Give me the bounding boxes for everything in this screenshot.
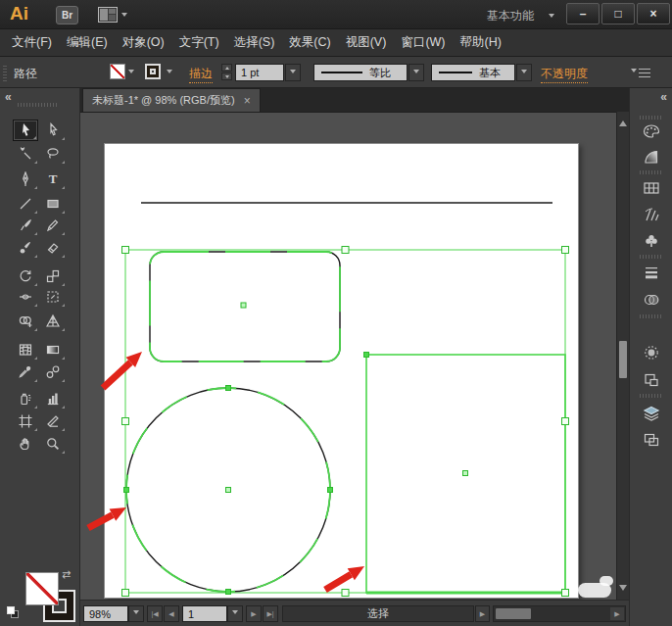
menu-view[interactable]: 视图(V) xyxy=(346,34,387,51)
horizontal-scrollbar[interactable]: ▶ xyxy=(493,605,626,622)
width-profile-dropdown[interactable] xyxy=(408,64,424,81)
transparency-panel-icon[interactable] xyxy=(637,288,666,312)
menu-help[interactable]: 帮助(H) xyxy=(460,34,502,51)
horizontal-scroll-thumb[interactable] xyxy=(496,608,531,619)
brushes-panel-icon[interactable] xyxy=(637,203,666,226)
artboard-number-field[interactable]: 1 xyxy=(182,605,227,622)
menu-edit[interactable]: 编辑(E) xyxy=(67,34,108,51)
gradient-tool[interactable] xyxy=(40,339,66,361)
zoom-tool[interactable] xyxy=(40,433,66,455)
rounded-rectangle-object[interactable] xyxy=(150,252,340,361)
menu-type[interactable]: 文字(T) xyxy=(179,34,219,51)
eraser-tool[interactable] xyxy=(40,237,66,259)
stroke-weight-stepper[interactable] xyxy=(221,64,232,80)
hand-tool[interactable] xyxy=(13,433,38,455)
document-tab[interactable]: 未标题-1* @ 98% (RGB/预览) × xyxy=(82,88,261,112)
blend-tool[interactable] xyxy=(40,361,66,383)
artboard-number-dropdown[interactable] xyxy=(227,605,243,622)
circle-object[interactable] xyxy=(124,386,333,595)
canvas-area[interactable] xyxy=(80,112,629,600)
line-segment-tool[interactable] xyxy=(13,193,38,215)
artboards-panel-icon[interactable] xyxy=(637,428,666,452)
collapse-tools-icon[interactable]: « xyxy=(5,90,11,104)
menu-window[interactable]: 窗口(W) xyxy=(401,34,445,51)
brush-definition-dropdown[interactable] xyxy=(516,64,532,81)
arrange-documents-icon[interactable] xyxy=(98,7,118,23)
menu-effect[interactable]: 效果(C) xyxy=(289,34,330,51)
stroke-panel-icon[interactable] xyxy=(637,261,666,284)
paintbrush-tool[interactable] xyxy=(13,215,38,236)
brush-definition-select[interactable]: 基本 xyxy=(431,64,515,81)
width-profile-select[interactable]: 等比 xyxy=(313,64,408,81)
menu-file[interactable]: 文件(F) xyxy=(12,34,52,51)
default-fill-stroke-icon[interactable] xyxy=(7,606,20,619)
scroll-up-icon[interactable] xyxy=(619,117,627,126)
pencil-tool[interactable] xyxy=(40,215,66,236)
graphic-styles-panel-icon[interactable] xyxy=(637,368,666,392)
stroke-weight-field[interactable]: 1 pt xyxy=(235,64,284,81)
workspace-arrow-icon[interactable] xyxy=(549,14,554,21)
arrange-documents-arrow-icon[interactable] xyxy=(121,13,127,20)
perspective-grid-tool[interactable] xyxy=(40,311,66,332)
type-tool[interactable]: T xyxy=(40,169,66,190)
rectangle-object[interactable] xyxy=(364,353,566,594)
pen-tool[interactable] xyxy=(13,169,38,190)
stroke-panel-link[interactable]: 描边 xyxy=(189,66,213,83)
expand-dock-icon[interactable]: « xyxy=(660,90,666,104)
symbols-panel-icon[interactable] xyxy=(637,229,666,253)
stroke-swatch[interactable] xyxy=(145,64,161,79)
column-graph-tool[interactable] xyxy=(40,388,66,409)
scroll-right-icon[interactable]: ▶ xyxy=(610,607,624,620)
fill-color-indicator-none[interactable] xyxy=(25,572,59,605)
mesh-tool[interactable] xyxy=(13,339,38,361)
stepper-down-icon[interactable] xyxy=(221,72,232,80)
fill-dropdown-arrow-icon[interactable] xyxy=(128,70,134,76)
selection-handles[interactable] xyxy=(122,247,569,597)
color-panel-icon[interactable] xyxy=(637,120,666,143)
next-artboard-button[interactable]: ▶ xyxy=(246,605,262,622)
rectangle-tool[interactable] xyxy=(40,193,66,215)
free-transform-tool[interactable] xyxy=(40,286,66,308)
shape-builder-tool[interactable] xyxy=(13,311,38,332)
tab-close-icon[interactable]: × xyxy=(244,94,251,108)
scroll-down-icon[interactable] xyxy=(619,585,627,595)
center-anchor[interactable] xyxy=(226,488,231,493)
lasso-tool[interactable] xyxy=(40,143,66,165)
color-guide-panel-icon[interactable] xyxy=(637,145,666,169)
previous-artboard-button[interactable]: ◀ xyxy=(164,605,179,622)
eyedropper-tool[interactable] xyxy=(13,361,38,383)
status-menu-button[interactable]: ▶ xyxy=(475,605,490,622)
width-tool[interactable] xyxy=(13,286,38,308)
center-anchor[interactable] xyxy=(241,303,246,308)
stroke-weight-dropdown[interactable] xyxy=(285,64,301,81)
vertical-scroll-thumb[interactable] xyxy=(619,341,627,378)
zoom-dropdown[interactable] xyxy=(128,605,144,622)
vertical-scrollbar[interactable] xyxy=(616,112,629,600)
direct-selection-tool[interactable] xyxy=(40,120,66,141)
magic-wand-tool[interactable] xyxy=(13,143,38,165)
zoom-level-field[interactable]: 98% xyxy=(83,605,128,622)
scale-tool[interactable] xyxy=(40,265,66,287)
stroke-dropdown-arrow-icon[interactable] xyxy=(167,70,172,76)
swap-fill-stroke-icon[interactable]: ⇄ xyxy=(62,568,71,581)
last-artboard-button[interactable]: ▶| xyxy=(263,605,278,622)
blob-brush-tool[interactable] xyxy=(13,237,38,259)
fill-swatch-none[interactable] xyxy=(110,64,125,79)
menu-object[interactable]: 对象(O) xyxy=(122,34,165,51)
workspace-switcher[interactable]: 基本功能 xyxy=(487,8,534,24)
artboard-tool[interactable] xyxy=(13,410,38,432)
maximize-button[interactable]: □ xyxy=(601,3,635,24)
panel-menu-icon[interactable] xyxy=(633,66,650,79)
stepper-up-icon[interactable] xyxy=(221,64,232,72)
menu-select[interactable]: 选择(S) xyxy=(234,34,275,51)
appearance-panel-icon[interactable] xyxy=(637,341,666,364)
selection-tool[interactable] xyxy=(13,120,38,141)
slice-tool[interactable] xyxy=(40,410,66,432)
bridge-button[interactable]: Br xyxy=(56,6,78,24)
layers-panel-icon[interactable] xyxy=(637,402,666,425)
minimize-button[interactable]: – xyxy=(566,3,600,24)
symbol-sprayer-tool[interactable] xyxy=(13,388,38,409)
center-anchor[interactable] xyxy=(463,471,468,476)
opacity-panel-link[interactable]: 不透明度 xyxy=(541,66,588,83)
close-button[interactable]: × xyxy=(637,3,670,24)
